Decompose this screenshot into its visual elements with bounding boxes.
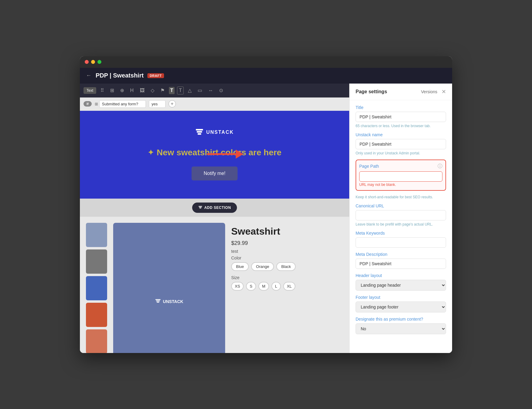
- svg-rect-6: [199, 207, 202, 207]
- grid-icon[interactable]: ⠿: [99, 86, 106, 94]
- color-option-black[interactable]: Black: [276, 262, 296, 271]
- unstack-logo-text: UNSTACK: [206, 130, 234, 135]
- condition-result-select[interactable]: yes: [149, 100, 166, 108]
- add-icon[interactable]: ⊕: [118, 86, 126, 94]
- svg-rect-5: [199, 206, 202, 206]
- canonical-url-label: Canonical URL: [356, 203, 446, 208]
- triangle-icon[interactable]: △: [186, 86, 193, 94]
- text-tool-button[interactable]: Text: [84, 87, 96, 94]
- product-thumb-3[interactable]: [86, 276, 107, 300]
- page-path-label-row: Page Path ⓘ: [359, 163, 442, 170]
- product-thumb-1[interactable]: [86, 223, 107, 247]
- product-logo-icon: [155, 299, 161, 304]
- back-button[interactable]: ←: [86, 72, 91, 79]
- close-button[interactable]: ✕: [442, 88, 446, 95]
- page-canvas: UNSTACK ✦ New sweatshirt colors are here…: [80, 111, 349, 353]
- svg-marker-4: [236, 150, 243, 159]
- red-arrow-indicator: [207, 147, 243, 163]
- layout-icon[interactable]: ⊞: [108, 86, 116, 94]
- settings-title: Page settings: [356, 89, 387, 94]
- size-options: XS S M L XL: [231, 282, 343, 291]
- product-image-logo: UNSTACK: [155, 299, 183, 304]
- size-xs[interactable]: XS: [231, 282, 244, 291]
- canonical-url-hint: Leave blank to be prefill with page's ac…: [356, 222, 446, 226]
- product-thumb-4[interactable]: [86, 303, 107, 327]
- svg-rect-10: [157, 302, 159, 302]
- header-layout-label: Header layout: [356, 273, 446, 278]
- add-section-logo-icon: [198, 206, 202, 209]
- canonical-url-field-group: Canonical URL Leave blank to be prefill …: [356, 203, 446, 226]
- app-window: ← PDP | Sweatshirt DRAFT Text ⠿ ⊞ ⊕ H 🖼 …: [80, 56, 452, 353]
- product-color-label: Color: [231, 256, 343, 260]
- add-section-button[interactable]: ADD SECTION: [192, 203, 237, 213]
- meta-keywords-input[interactable]: [356, 237, 446, 248]
- if-badge: If: [84, 101, 92, 107]
- notify-button[interactable]: Notify me!: [192, 167, 238, 180]
- flag-icon[interactable]: ⚑: [159, 86, 166, 94]
- add-condition-button[interactable]: +: [169, 100, 176, 107]
- svg-rect-9: [156, 300, 160, 301]
- draft-badge: DRAFT: [147, 73, 164, 78]
- product-main-image: UNSTACK ‹ ›: [113, 223, 225, 353]
- rectangle-icon[interactable]: ▭: [196, 86, 204, 94]
- size-s[interactable]: S: [246, 282, 256, 291]
- color-options: Blue Orange Black: [231, 262, 343, 271]
- header-layout-select[interactable]: Landing page header Default header None: [356, 280, 446, 291]
- premium-content-select[interactable]: No Yes: [356, 323, 446, 334]
- close-traffic-light[interactable]: [85, 60, 89, 64]
- unstack-name-label: Unstack name: [356, 132, 446, 137]
- settings-body: Title 65 characters or less. Used in the…: [350, 100, 452, 339]
- shape-icon[interactable]: ◇: [149, 86, 156, 94]
- canonical-url-input[interactable]: [356, 210, 446, 220]
- footer-layout-field-group: Footer layout Landing page footer Defaul…: [356, 295, 446, 312]
- help-icon[interactable]: ⓘ: [438, 163, 442, 170]
- product-size-label: Size: [231, 275, 343, 280]
- circle-icon[interactable]: ⊙: [217, 86, 225, 94]
- settings-header-right: Versions ✕: [421, 88, 446, 95]
- condition-select[interactable]: Submitted any form?: [99, 100, 146, 108]
- premium-content-label: Designate this as premium content?: [356, 317, 446, 322]
- settings-header: Page settings Versions ✕: [350, 84, 452, 100]
- title-input[interactable]: [356, 112, 446, 122]
- meta-keywords-label: Meta Keywords: [356, 231, 446, 236]
- text-icon-1[interactable]: T: [169, 87, 175, 94]
- size-l[interactable]: L: [271, 282, 281, 291]
- page-title: PDP | Sweatshirt: [96, 72, 144, 79]
- product-thumb-5[interactable]: [86, 329, 107, 353]
- product-details: Sweatshirt $29.99 test Color Blue Orange…: [231, 223, 343, 353]
- meta-description-field-group: Meta Description: [356, 252, 446, 269]
- page-path-input[interactable]: [359, 171, 442, 182]
- size-m[interactable]: M: [258, 282, 269, 291]
- color-option-blue[interactable]: Blue: [231, 262, 249, 271]
- condition-bar: If ⊞ Submitted any form? yes +: [80, 97, 349, 111]
- meta-description-input[interactable]: [356, 259, 446, 269]
- unstack-name-input[interactable]: [356, 139, 446, 149]
- app-header: ← PDP | Sweatshirt DRAFT: [80, 68, 452, 84]
- product-name: Sweatshirt: [231, 226, 343, 237]
- text-icon-2[interactable]: T: [177, 87, 184, 94]
- color-option-orange[interactable]: Orange: [251, 262, 274, 271]
- size-xl[interactable]: XL: [283, 282, 295, 291]
- image-icon[interactable]: 🖼: [138, 87, 146, 94]
- hero-section: UNSTACK ✦ New sweatshirt colors are here…: [80, 111, 349, 199]
- footer-layout-select[interactable]: Landing page footer Default footer None: [356, 302, 446, 312]
- svg-rect-2: [198, 133, 201, 135]
- product-thumb-2[interactable]: [86, 249, 107, 274]
- expand-icon[interactable]: ↔: [206, 87, 215, 94]
- product-section: UNSTACK ‹ › Sweatshirt $29.99 test Color…: [80, 217, 349, 353]
- title-bar: [80, 56, 452, 68]
- add-section-area: ADD SECTION: [80, 199, 349, 217]
- footer-layout-label: Footer layout: [356, 295, 446, 300]
- main-layout: Text ⠿ ⊞ ⊕ H 🖼 ◇ ⚑ T T △ ▭ ↔ ⊙ If ⊞: [80, 84, 452, 353]
- traffic-lights: [85, 60, 101, 64]
- premium-content-field-group: Designate this as premium content? No Ye…: [356, 317, 446, 334]
- minimize-traffic-light[interactable]: [91, 60, 95, 64]
- editor-area: Text ⠿ ⊞ ⊕ H 🖼 ◇ ⚑ T T △ ▭ ↔ ⊙ If ⊞: [80, 84, 349, 353]
- meta-description-label: Meta Description: [356, 252, 446, 257]
- versions-link[interactable]: Versions: [421, 89, 437, 94]
- maximize-traffic-light[interactable]: [97, 60, 101, 64]
- product-price: $29.99: [231, 240, 343, 246]
- title-label: Title: [356, 105, 446, 110]
- meta-keywords-field-group: Meta Keywords: [356, 231, 446, 248]
- heading-icon[interactable]: H: [128, 87, 136, 94]
